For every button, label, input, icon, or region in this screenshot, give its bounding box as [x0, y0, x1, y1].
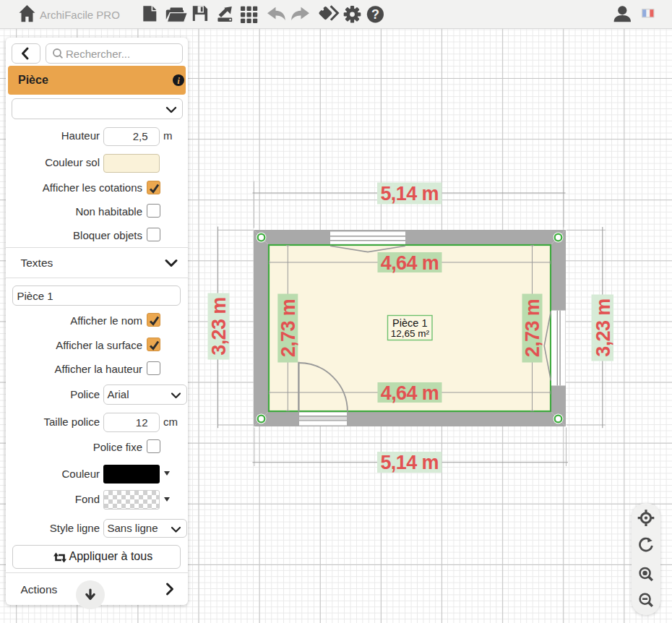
svg-text:3,23 m: 3,23 m [208, 297, 230, 355]
svg-text:2,73 m: 2,73 m [522, 299, 543, 357]
svg-text:12,65 m²: 12,65 m² [391, 328, 430, 339]
svg-text:3,23 m: 3,23 m [593, 298, 614, 356]
svg-text:5,14 m: 5,14 m [380, 183, 438, 205]
svg-text:?: ? [371, 7, 379, 22]
svg-text:4,64 m: 4,64 m [381, 252, 439, 274]
svg-text:4,64 m: 4,64 m [381, 382, 439, 404]
svg-text:i: i [177, 75, 180, 86]
svg-text:5,14 m: 5,14 m [380, 452, 438, 473]
svg-text:Pièce 1: Pièce 1 [392, 317, 427, 329]
svg-text:2,73 m: 2,73 m [277, 299, 299, 357]
